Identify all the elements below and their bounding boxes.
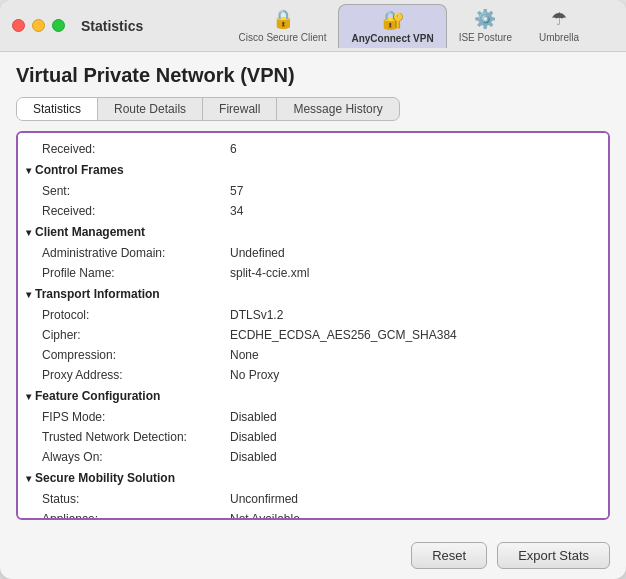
row-label: Administrative Domain:: [30, 246, 230, 260]
table-row: FIPS Mode: Disabled: [18, 407, 608, 427]
nav-tab-label-cisco: Cisco Secure Client: [239, 32, 327, 43]
row-label: Appliance:: [30, 512, 230, 520]
row-value: Unconfirmed: [230, 492, 596, 506]
bottom-bar: Reset Export Stats: [0, 532, 626, 579]
nav-tab-icon-cisco: 🔒: [272, 8, 294, 30]
section-header: Secure Mobility Solution: [18, 467, 608, 489]
row-value: Not Available: [230, 512, 596, 520]
row-value: Disabled: [230, 430, 596, 444]
close-button[interactable]: [12, 19, 25, 32]
section-header: Control Frames: [18, 159, 608, 181]
table-row: Cipher: ECDHE_ECDSA_AES256_GCM_SHA384: [18, 325, 608, 345]
row-value: No Proxy: [230, 368, 596, 382]
section-label: Secure Mobility Solution: [35, 471, 175, 485]
row-label: Proxy Address:: [30, 368, 230, 382]
stats-box[interactable]: Received: 6 Control Frames Sent: 57 Rece…: [16, 131, 610, 520]
row-label: Cipher:: [30, 328, 230, 342]
row-label: Received:: [30, 204, 230, 218]
row-label: Status:: [30, 492, 230, 506]
nav-tab-label-umbrella: Umbrella: [539, 32, 579, 43]
table-row: Status: Unconfirmed: [18, 489, 608, 509]
page-title: Virtual Private Network (VPN): [16, 64, 610, 87]
table-row: Proxy Address: No Proxy: [18, 365, 608, 385]
nav-tab-icon-anyconnect: 🔐: [382, 9, 404, 31]
table-row: Protocol: DTLSv1.2: [18, 305, 608, 325]
row-value: 6: [230, 142, 596, 156]
row-label: Trusted Network Detection:: [30, 430, 230, 444]
sub-tab-stats[interactable]: Statistics: [17, 98, 98, 120]
sub-tabs: StatisticsRoute DetailsFirewallMessage H…: [16, 97, 400, 121]
row-label: FIPS Mode:: [30, 410, 230, 424]
nav-tab-cisco[interactable]: 🔒 Cisco Secure Client: [227, 4, 339, 47]
row-value: split-4-ccie.xml: [230, 266, 596, 280]
reset-button[interactable]: Reset: [411, 542, 487, 569]
section-label: Control Frames: [35, 163, 124, 177]
table-row: Always On: Disabled: [18, 447, 608, 467]
nav-tabs: 🔒 Cisco Secure Client 🔐 AnyConnect VPN ⚙…: [207, 4, 614, 48]
nav-tab-umbrella[interactable]: ☂ Umbrella: [524, 4, 594, 47]
row-value: None: [230, 348, 596, 362]
table-row: Received: 6: [18, 139, 608, 159]
export-stats-button[interactable]: Export Stats: [497, 542, 610, 569]
sub-tab-firewall[interactable]: Firewall: [203, 98, 277, 120]
row-label: Received:: [30, 142, 230, 156]
maximize-button[interactable]: [52, 19, 65, 32]
section-label: Client Management: [35, 225, 145, 239]
row-label: Always On:: [30, 450, 230, 464]
nav-tab-label-ise: ISE Posture: [459, 32, 512, 43]
table-row: Trusted Network Detection: Disabled: [18, 427, 608, 447]
sub-tab-route[interactable]: Route Details: [98, 98, 203, 120]
row-label: Compression:: [30, 348, 230, 362]
window-title: Statistics: [81, 18, 143, 34]
table-row: Received: 34: [18, 201, 608, 221]
nav-tab-anyconnect[interactable]: 🔐 AnyConnect VPN: [338, 4, 446, 48]
table-row: Appliance: Not Available: [18, 509, 608, 520]
row-value: Undefined: [230, 246, 596, 260]
main-window: Statistics 🔒 Cisco Secure Client 🔐 AnyCo…: [0, 0, 626, 579]
section-header: Feature Configuration: [18, 385, 608, 407]
row-value: 57: [230, 184, 596, 198]
table-row: Profile Name: split-4-ccie.xml: [18, 263, 608, 283]
row-value: ECDHE_ECDSA_AES256_GCM_SHA384: [230, 328, 596, 342]
nav-tab-icon-umbrella: ☂: [551, 8, 567, 30]
row-value: Disabled: [230, 450, 596, 464]
minimize-button[interactable]: [32, 19, 45, 32]
section-header: Transport Information: [18, 283, 608, 305]
titlebar: Statistics 🔒 Cisco Secure Client 🔐 AnyCo…: [0, 0, 626, 52]
row-label: Profile Name:: [30, 266, 230, 280]
traffic-lights: [12, 19, 65, 32]
nav-tab-icon-ise: ⚙️: [474, 8, 496, 30]
table-row: Compression: None: [18, 345, 608, 365]
content-area: Virtual Private Network (VPN) Statistics…: [0, 52, 626, 532]
section-header: Client Management: [18, 221, 608, 243]
row-value: 34: [230, 204, 596, 218]
row-value: DTLSv1.2: [230, 308, 596, 322]
row-label: Protocol:: [30, 308, 230, 322]
table-row: Sent: 57: [18, 181, 608, 201]
sub-tab-history[interactable]: Message History: [277, 98, 398, 120]
nav-tab-label-anyconnect: AnyConnect VPN: [351, 33, 433, 44]
section-label: Transport Information: [35, 287, 160, 301]
table-row: Administrative Domain: Undefined: [18, 243, 608, 263]
row-label: Sent:: [30, 184, 230, 198]
section-label: Feature Configuration: [35, 389, 160, 403]
row-value: Disabled: [230, 410, 596, 424]
nav-tab-ise[interactable]: ⚙️ ISE Posture: [447, 4, 524, 47]
